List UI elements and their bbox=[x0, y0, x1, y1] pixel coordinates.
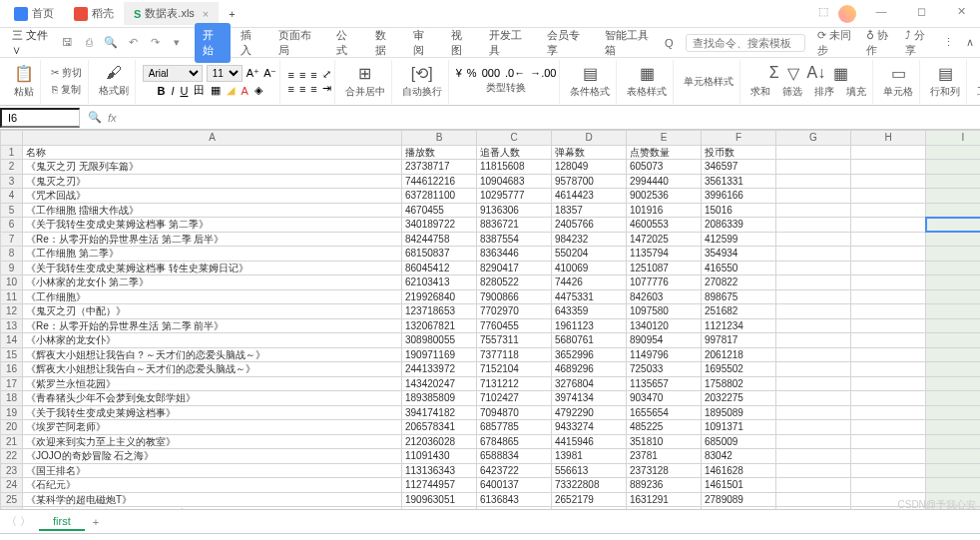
cell[interactable]: 《关于我转生变成史莱姆这档事 第二季》 bbox=[23, 218, 402, 233]
fill-icon[interactable]: ▦ bbox=[833, 64, 848, 83]
tab-add[interactable]: + bbox=[219, 4, 245, 24]
cell[interactable]: 1695502 bbox=[702, 362, 776, 377]
print-icon[interactable]: ⎙ bbox=[81, 36, 97, 49]
row-header[interactable]: 6 bbox=[1, 218, 23, 233]
sum-icon[interactable]: Σ bbox=[769, 64, 779, 82]
row-header[interactable]: 17 bbox=[1, 376, 23, 391]
cell[interactable]: 7702970 bbox=[477, 304, 552, 319]
cell[interactable]: 1655654 bbox=[627, 405, 702, 420]
align-center-icon[interactable]: ≡ bbox=[299, 83, 305, 95]
cell[interactable]: 《石纪元》 bbox=[23, 478, 402, 493]
cell[interactable]: 74426 bbox=[552, 275, 627, 290]
cell[interactable]: 4689296 bbox=[552, 362, 627, 377]
phonetic-button[interactable]: ◈ bbox=[254, 84, 262, 97]
row-header[interactable]: 3 bbox=[1, 174, 23, 189]
menu-7[interactable]: 开发工具 bbox=[481, 23, 537, 63]
cell[interactable]: 1077776 bbox=[627, 275, 702, 290]
cell[interactable]: 1251087 bbox=[627, 261, 702, 275]
row-header[interactable]: 12 bbox=[1, 304, 23, 319]
cell[interactable]: 219926840 bbox=[402, 289, 477, 304]
cell[interactable]: 251682 bbox=[702, 304, 776, 319]
cell[interactable]: 8363446 bbox=[477, 247, 552, 262]
cell[interactable]: 9002536 bbox=[627, 189, 702, 204]
menu-4[interactable]: 数据 bbox=[367, 23, 403, 63]
cell[interactable]: 189385809 bbox=[402, 391, 477, 406]
menu-9[interactable]: 智能工具箱 bbox=[597, 23, 663, 63]
cell[interactable]: 68150837 bbox=[402, 247, 477, 262]
cell[interactable]: 8387554 bbox=[477, 232, 552, 247]
cell[interactable]: 1340120 bbox=[627, 318, 702, 333]
cell[interactable]: 《Re：从零开始的异世界生活 第二季 前半》 bbox=[23, 318, 402, 333]
menu-0[interactable]: 开始 bbox=[195, 23, 231, 63]
cell[interactable]: 984232 bbox=[552, 232, 627, 247]
cell[interactable]: 351810 bbox=[627, 434, 702, 449]
sheet-tab[interactable]: first bbox=[39, 513, 85, 531]
cell[interactable]: 490276 bbox=[702, 507, 776, 510]
cell[interactable]: 6400137 bbox=[477, 478, 552, 493]
cell[interactable]: 190963051 bbox=[402, 492, 477, 507]
cell[interactable]: 9578700 bbox=[552, 174, 627, 189]
align-right-icon[interactable]: ≡ bbox=[310, 83, 316, 95]
cell[interactable]: 143420247 bbox=[402, 376, 477, 391]
col-header[interactable]: E bbox=[627, 131, 702, 146]
rowcol-icon[interactable]: ▤ bbox=[938, 64, 953, 83]
cell[interactable]: 244133972 bbox=[402, 362, 477, 377]
cell[interactable]: 播放数 bbox=[402, 145, 477, 160]
sync-status[interactable]: ⟳ 未同步 bbox=[817, 28, 854, 58]
redo-icon[interactable]: ↷ bbox=[147, 36, 163, 49]
cell[interactable]: 1461628 bbox=[702, 463, 776, 478]
cell[interactable]: 842603 bbox=[627, 289, 702, 304]
cell[interactable]: 6423722 bbox=[477, 463, 552, 478]
cell[interactable]: 《国王排名》 bbox=[23, 463, 402, 478]
row-header[interactable]: 25 bbox=[1, 492, 23, 507]
cell[interactable]: 《工作细胞》 bbox=[23, 289, 402, 304]
cell[interactable]: 3974134 bbox=[552, 391, 627, 406]
cell[interactable]: 340189722 bbox=[402, 218, 477, 233]
cell[interactable]: 91100332 bbox=[402, 507, 477, 510]
menu-6[interactable]: 视图 bbox=[443, 23, 479, 63]
row-header[interactable]: 26 bbox=[1, 507, 23, 510]
italic-button[interactable]: I bbox=[171, 85, 174, 97]
row-header[interactable]: 16 bbox=[1, 362, 23, 377]
row-header[interactable]: 4 bbox=[1, 189, 23, 204]
strike-button[interactable]: 田 bbox=[194, 83, 205, 98]
wrap-icon[interactable]: [⟲] bbox=[411, 64, 433, 83]
align-top-icon[interactable]: ≡ bbox=[287, 69, 293, 81]
share-button[interactable]: ⤴ 分享 bbox=[905, 28, 931, 58]
save-icon[interactable]: 🖫 bbox=[59, 36, 75, 49]
cell[interactable]: 4415946 bbox=[552, 434, 627, 449]
cell[interactable]: 2405766 bbox=[552, 218, 627, 233]
menu-2[interactable]: 页面布局 bbox=[270, 23, 326, 63]
row-header[interactable]: 1 bbox=[1, 145, 23, 160]
fx-search-icon[interactable]: 🔍 bbox=[88, 111, 102, 124]
format-painter-icon[interactable]: 🖌 bbox=[106, 64, 122, 82]
font-color-button[interactable]: A bbox=[241, 85, 247, 97]
cell[interactable]: 346597 bbox=[702, 160, 776, 175]
cell[interactable]: 898675 bbox=[702, 289, 776, 304]
cell[interactable]: 《JOJO的奇妙冒险 石之海》 bbox=[23, 449, 402, 464]
cell[interactable]: 206578341 bbox=[402, 420, 477, 435]
percent-button[interactable]: % bbox=[467, 67, 477, 79]
cell[interactable]: 6588834 bbox=[477, 449, 552, 464]
cell[interactable]: 《刀剑神域 爱丽丝篇 异界战争 -终章-》 bbox=[23, 507, 402, 510]
table-style-icon[interactable]: ▦ bbox=[640, 64, 655, 83]
cell[interactable]: 889236 bbox=[627, 478, 702, 493]
merge-button[interactable]: 合并居中 bbox=[342, 84, 388, 100]
paste-icon[interactable]: 📋 bbox=[14, 64, 34, 83]
cell[interactable]: 《辉夜大小姐想让我告白～天才们的恋爱头脑战～》 bbox=[23, 362, 402, 377]
cell[interactable]: 6136843 bbox=[477, 492, 552, 507]
cell[interactable]: 《紫罗兰永恒花园》 bbox=[23, 376, 402, 391]
cell[interactable]: 3561331 bbox=[702, 174, 776, 189]
cell[interactable]: 《青春猪头少年不会梦到兔女郎学姐》 bbox=[23, 391, 402, 406]
cell[interactable]: 1961123 bbox=[552, 318, 627, 333]
cell[interactable]: 6784865 bbox=[477, 434, 552, 449]
cell[interactable]: 890954 bbox=[627, 333, 702, 348]
cell[interactable]: 《某科学的超电磁炮T》 bbox=[23, 492, 402, 507]
avatar[interactable] bbox=[838, 5, 856, 23]
cell[interactable]: 18357 bbox=[552, 203, 627, 218]
cell[interactable]: 4792290 bbox=[552, 405, 627, 420]
cell[interactable]: 4600553 bbox=[627, 218, 702, 233]
cell[interactable]: 1600165 bbox=[552, 507, 627, 510]
merge-icon[interactable]: ⊞ bbox=[358, 64, 371, 83]
sort-icon[interactable]: A↓ bbox=[807, 64, 826, 82]
